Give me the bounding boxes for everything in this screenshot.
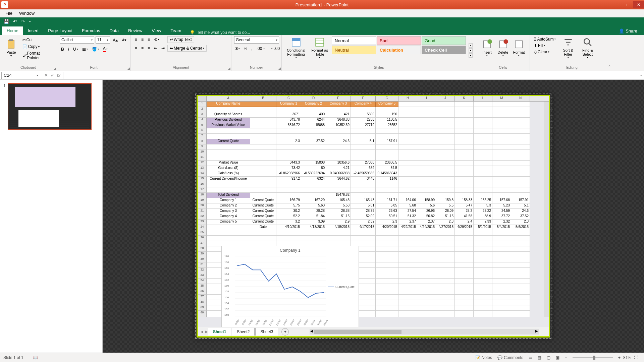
cell[interactable]: 37.52	[301, 139, 326, 144]
cell[interactable]	[417, 139, 436, 144]
cell[interactable]: 156.25	[474, 198, 492, 203]
insert-cells-button[interactable]: Insert▾	[479, 36, 495, 60]
cell[interactable]	[398, 112, 417, 118]
sheet-tab-2[interactable]: Sheet2	[232, 328, 255, 336]
cell[interactable]	[474, 187, 492, 193]
cell[interactable]	[417, 230, 436, 236]
row-header[interactable]: 21	[198, 209, 207, 214]
cell[interactable]	[250, 230, 276, 236]
style-bad[interactable]: Bad	[377, 36, 421, 45]
cell[interactable]	[492, 123, 511, 128]
cell[interactable]: 51.84	[301, 214, 326, 220]
cell[interactable]	[511, 295, 530, 300]
cell[interactable]	[398, 161, 417, 166]
cell[interactable]: Current Dividend/Income	[207, 177, 250, 182]
cell[interactable]	[436, 230, 455, 236]
embedded-chart[interactable]: Company 1 170168166164162160158156154152…	[221, 246, 359, 327]
fill-color-button[interactable]: 🪣▾	[91, 46, 100, 52]
cell[interactable]: 158.33	[455, 198, 474, 203]
cell[interactable]	[398, 230, 417, 236]
row-header[interactable]: 12	[198, 161, 207, 166]
cell[interactable]	[455, 193, 474, 198]
align-middle-icon[interactable]: ≡	[140, 37, 145, 43]
cell[interactable]: 4/13/2015	[301, 225, 326, 230]
cell[interactable]	[436, 112, 455, 118]
cell[interactable]	[455, 118, 474, 123]
cell[interactable]	[207, 225, 250, 230]
number-format-dropdown[interactable]: General▾	[234, 36, 279, 44]
cell[interactable]	[492, 284, 511, 289]
cell[interactable]	[436, 257, 455, 262]
cell[interactable]	[376, 295, 398, 300]
cell[interactable]: -6324	[301, 177, 326, 182]
cell[interactable]	[207, 187, 250, 193]
cell[interactable]	[492, 246, 511, 252]
cell[interactable]	[351, 150, 376, 155]
cell[interactable]: 164.06	[398, 198, 417, 203]
cell[interactable]: Company 2	[207, 203, 250, 209]
cell[interactable]	[398, 155, 417, 161]
cell[interactable]: 28.39	[351, 209, 376, 214]
cell[interactable]	[436, 268, 455, 273]
cell[interactable]	[398, 262, 417, 268]
cell[interactable]	[474, 112, 492, 118]
cell[interactable]	[301, 193, 326, 198]
cell[interactable]	[455, 155, 474, 161]
cell[interactable]	[351, 134, 376, 139]
cell[interactable]: 2.4	[455, 220, 474, 225]
reading-view-icon[interactable]: ▢	[544, 355, 553, 360]
cell[interactable]	[376, 311, 398, 316]
sheet-tab-1[interactable]: Sheet1	[208, 328, 231, 336]
cell[interactable]: 157.68	[492, 198, 511, 203]
cell[interactable]: Company 4	[207, 214, 250, 220]
close-button[interactable]: ✕	[633, 1, 644, 8]
styles-scroll-up-icon[interactable]: ▴	[469, 43, 473, 48]
cell[interactable]: -917.2	[276, 177, 301, 182]
menu-file[interactable]: File	[2, 10, 16, 16]
cell[interactable]	[511, 107, 530, 112]
col-header[interactable]: M	[492, 96, 511, 101]
row-header[interactable]: 27	[198, 241, 207, 246]
cell[interactable]: 8443.3	[276, 161, 301, 166]
cell[interactable]	[417, 193, 436, 198]
cell[interactable]	[492, 273, 511, 279]
cell[interactable]	[455, 112, 474, 118]
cell[interactable]	[511, 177, 530, 182]
cell[interactable]: 51.15	[436, 214, 455, 220]
cell[interactable]: 2.37	[417, 220, 436, 225]
accounting-format-icon[interactable]: $▾	[234, 46, 241, 52]
cell[interactable]	[376, 305, 398, 311]
row-header[interactable]: 40	[198, 311, 207, 316]
cell[interactable]	[207, 134, 250, 139]
cell[interactable]: Current Quote	[250, 209, 276, 214]
cell[interactable]	[301, 144, 326, 150]
cell[interactable]	[376, 268, 398, 273]
vertical-scrollbar[interactable]	[544, 102, 549, 317]
cell[interactable]	[376, 182, 398, 187]
grow-font-icon[interactable]: A▴	[111, 37, 119, 43]
cell[interactable]	[376, 279, 398, 284]
qat-customize-icon[interactable]: ▾	[29, 20, 31, 23]
cell[interactable]	[398, 107, 417, 112]
cell[interactable]	[436, 177, 455, 182]
row-header[interactable]: 28	[198, 246, 207, 252]
cell[interactable]	[455, 166, 474, 171]
cell[interactable]	[492, 257, 511, 262]
cell[interactable]	[436, 182, 455, 187]
cell[interactable]	[436, 128, 455, 134]
cell[interactable]	[436, 187, 455, 193]
cell[interactable]	[250, 166, 276, 171]
row-header[interactable]: 11	[198, 155, 207, 161]
cell[interactable]: 51.32	[398, 214, 417, 220]
cell[interactable]	[474, 102, 492, 107]
cell[interactable]	[376, 230, 398, 236]
cell[interactable]	[436, 123, 455, 128]
cell[interactable]: -80	[301, 166, 326, 171]
cell[interactable]	[351, 187, 376, 193]
cell[interactable]	[376, 300, 398, 305]
orientation-icon[interactable]: ⟲▾	[153, 37, 161, 43]
row-header[interactable]: 35	[198, 284, 207, 289]
cell[interactable]	[436, 155, 455, 161]
cell[interactable]	[436, 284, 455, 289]
cell[interactable]	[250, 155, 276, 161]
